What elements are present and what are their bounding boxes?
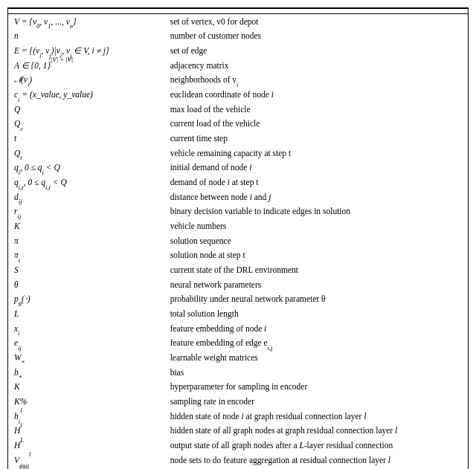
table-row: hilhidden state of node i at graph resid…	[8, 409, 468, 424]
table-row: A ∈ {0, 1}|V| × |V|adjacency matrix	[8, 58, 468, 73]
variable-cell: θ	[8, 277, 164, 292]
table-row: dijdistance between node i and j	[8, 190, 468, 204]
table-row: qi, 0 ≤ qi < Qinitial demand of node i	[8, 161, 468, 175]
table-row: W*learnable weight matrices	[8, 350, 468, 365]
variable-cell: 𝒩(vi)	[8, 73, 164, 88]
table-row: ci = (x_value, y_value)euclidean coordin…	[8, 87, 468, 102]
definition-cell: current load of the vehicle	[164, 117, 468, 132]
table-row: πsolution sequence	[8, 233, 468, 248]
definition-cell: neural network parameters	[164, 277, 468, 292]
definition-cell: learnable weight matrices	[164, 350, 468, 365]
variable-cell: hil	[8, 409, 164, 424]
variable-cell: HL	[8, 438, 164, 453]
table-row: Ltotal solution length	[8, 306, 468, 321]
table-row: b*bias	[8, 365, 468, 380]
definition-cell: distance between node i and j	[164, 190, 468, 204]
variable-cell: dij	[8, 190, 164, 204]
variable-cell: S	[8, 262, 164, 277]
table-row: Scurrent state of the DRL environment	[8, 262, 468, 277]
definition-cell: total solution length	[164, 306, 468, 321]
variable-cell: b*	[8, 365, 164, 380]
variable-cell: K	[8, 219, 164, 233]
variable-cell: qi,t, 0 ≤ qi,t < Q	[8, 175, 164, 190]
variable-cell: L	[8, 306, 164, 321]
table-row: tcurrent time step	[8, 131, 468, 146]
variable-cell: n	[8, 29, 164, 44]
definition-cell: set of edge	[164, 43, 468, 58]
table-row: K%sampling rate in encoder	[8, 394, 468, 409]
definition-cell: vehicle numbers	[164, 219, 468, 233]
variable-cell: π	[8, 233, 164, 248]
definition-cell: bias	[164, 365, 468, 380]
table-row: Kvehicle numbers	[8, 219, 468, 233]
table-row: E = {(vi, vj)|vi, vj ∈ V, i ≠ j}set of e…	[8, 43, 468, 58]
variable-cell: K%	[8, 394, 164, 409]
variable-cell: Vaggl	[8, 453, 164, 468]
table-row: 𝒩(vi)neighborhoods of vi	[8, 73, 468, 88]
definition-cell: set of vertex, v0 for depot	[164, 14, 468, 29]
definition-cell: sampling rate in encoder	[164, 394, 468, 409]
definition-cell: current time step	[164, 131, 468, 146]
table-row: pθ(⋅)probability under neural network pa…	[8, 292, 468, 307]
definition-cell: feature embedding of edge ei,j	[164, 336, 468, 351]
table-row: Hlhidden state of all graph nodes at gra…	[8, 424, 468, 439]
definition-cell: euclidean coordinate of node i	[164, 87, 468, 102]
variable-cell: xi	[8, 321, 164, 336]
variable-cell: Q	[8, 102, 164, 117]
definition-cell: probability under neural network paramet…	[164, 292, 468, 307]
variable-cell: ci = (x_value, y_value)	[8, 87, 164, 102]
definition-cell: initial demand of node i	[164, 161, 468, 175]
definition-cell: hyperparameter for sampling in encoder	[164, 380, 468, 395]
definition-cell: solution sequence	[164, 233, 468, 248]
definition-cell: current state of the DRL environment	[164, 262, 468, 277]
variable-cell: K	[8, 380, 164, 395]
variable-cell: Qc	[8, 117, 164, 132]
table-row: Qccurrent load of the vehicle	[8, 117, 468, 132]
table-row: rijbinary decision variable to indicate …	[8, 204, 468, 219]
table-row: Khyperparameter for sampling in encoder	[8, 380, 468, 395]
variable-cell: qi, 0 ≤ qi < Q	[8, 161, 164, 175]
table-row: eijfeature embedding of edge ei,j	[8, 336, 468, 351]
table-row: V = {v0, v1, ..., vn}set of vertex, v0 f…	[8, 14, 468, 29]
definition-cell: binary decision variable to indicate edg…	[164, 204, 468, 219]
table-row: nnumber of customer nodes	[8, 29, 468, 44]
definition-cell: number of customer nodes	[164, 29, 468, 44]
col-variable-header	[8, 9, 164, 14]
definition-cell: adjacency matrix	[164, 58, 468, 73]
variable-cell: πt	[8, 248, 164, 263]
table-row: qi,t, 0 ≤ qi,t < Qdemand of node i at st…	[8, 175, 468, 190]
table-row: xifeature embedding of node i	[8, 321, 468, 336]
variable-cell: Qt	[8, 146, 164, 161]
variable-cell: W*	[8, 350, 164, 365]
variable-cell: A ∈ {0, 1}|V| × |V|	[8, 58, 164, 73]
definition-cell: output state of all graph nodes after a …	[164, 438, 468, 453]
definition-cell: max load of the vehicle	[164, 102, 468, 117]
definition-cell: demand of node i at step t	[164, 175, 468, 190]
definition-cell: feature embedding of node i	[164, 321, 468, 336]
table-row: Vagglnode sets to do feature aggregation…	[8, 453, 468, 468]
table-row: πtsolution node at step t	[8, 248, 468, 263]
definition-cell: neighborhoods of vi	[164, 73, 468, 88]
variable-cell: Hl	[8, 424, 164, 439]
table-row: Qmax load of the vehicle	[8, 102, 468, 117]
variable-cell: pθ(⋅)	[8, 292, 164, 307]
variable-cell: eij	[8, 336, 164, 351]
table-row: HLoutput state of all graph nodes after …	[8, 438, 468, 453]
table-row: θneural network parameters	[8, 277, 468, 292]
variable-cell: t	[8, 131, 164, 146]
variable-cell: rij	[8, 204, 164, 219]
variable-cell: E = {(vi, vj)|vi, vj ∈ V, i ≠ j}	[8, 43, 164, 58]
definition-cell: hidden state of node i at graph residual…	[164, 409, 468, 424]
definition-cell: node sets to do feature aggregation at r…	[164, 453, 468, 468]
definition-cell: vehicle remaining capacity at step t	[164, 146, 468, 161]
notation-table: V = {v0, v1, ..., vn}set of vertex, v0 f…	[7, 7, 469, 469]
table-row: Qtvehicle remaining capacity at step t	[8, 146, 468, 161]
definition-cell: solution node at step t	[164, 248, 468, 263]
col-definition-header	[164, 9, 468, 14]
definition-cell: hidden state of all graph nodes at graph…	[164, 424, 468, 439]
variable-cell: V = {v0, v1, ..., vn}	[8, 14, 164, 29]
